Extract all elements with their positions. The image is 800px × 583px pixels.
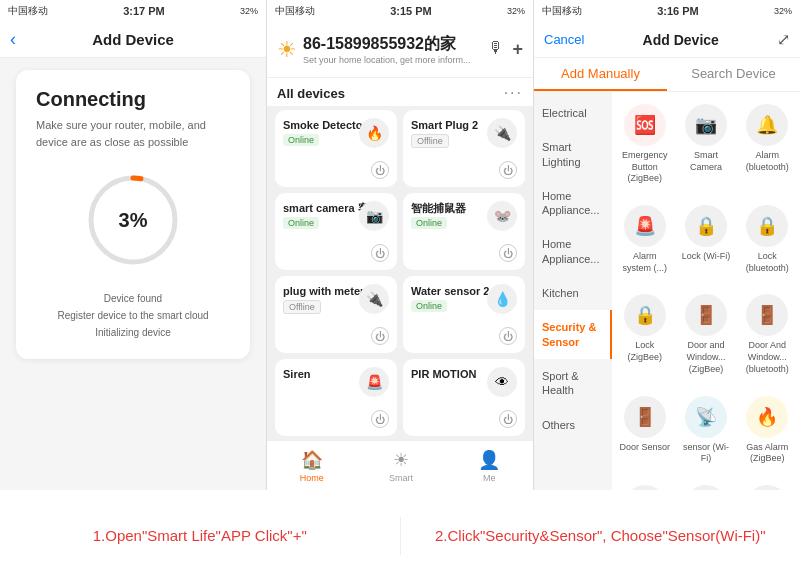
home-texts: 86-15899855932的家 Set your home location,… (303, 34, 471, 65)
tab-search-device[interactable]: Search Device (667, 58, 800, 91)
back-button-1[interactable]: ‹ (10, 29, 16, 50)
device-icon: 📷 (359, 201, 389, 231)
category-item[interactable]: Sport & Health (534, 359, 612, 408)
device-type-icon: 🚨 (624, 205, 666, 247)
status-line-1: Device found (36, 290, 230, 307)
battery-3: 32% (774, 6, 792, 16)
bottom-nav-item[interactable]: 👤 Me (478, 449, 500, 483)
device-icon: 🔥 (359, 118, 389, 148)
tab-add-manually[interactable]: Add Manually (534, 58, 667, 91)
device-type-label: Gas Alarm (ZigBee) (741, 442, 794, 465)
device-list: Smoke Detector 2 Online 🔥 ⏻ Smart Plug 2… (267, 106, 533, 440)
nav-label: Home (300, 473, 324, 483)
device-grid-item[interactable]: ☁ CO Alarm... (677, 479, 734, 490)
category-item[interactable]: Others (534, 408, 612, 442)
device-grid-item[interactable]: 📻 ... (739, 479, 796, 490)
home-name[interactable]: 86-15899855932的家 (303, 34, 471, 55)
status-lines: Device found Register device to the smar… (36, 290, 230, 341)
device-grid-row: 🚪 Door Sensor 📡 sensor (Wi-Fi) 🔥 Gas Ala… (616, 390, 796, 471)
power-icon[interactable]: ⏻ (371, 161, 389, 179)
device-grid-item[interactable]: 📷 Smart Camera (677, 98, 734, 191)
bottom-nav-item[interactable]: 🏠 Home (300, 449, 324, 483)
connecting-desc: Make sure your router, mobile, and devic… (36, 117, 230, 150)
device-grid-item[interactable]: 🔥 Gas Alarm (ZigBee) (739, 390, 796, 471)
category-item[interactable]: Home Appliance... (534, 227, 612, 276)
device-grid-item[interactable]: 🔒 Lock (bluetooth) (739, 199, 796, 280)
all-devices-label: All devices (277, 86, 345, 101)
device-grid-item[interactable]: 🆘 Emergency Button (ZigBee) (616, 98, 673, 191)
device-grid-item[interactable]: 💧 ... (616, 479, 673, 490)
device-card[interactable]: Smart Plug 2 Offline 🔌 ⏻ (403, 110, 525, 187)
category-item[interactable]: Kitchen (534, 276, 612, 310)
device-type-label: Lock (ZigBee) (618, 340, 671, 363)
device-type-label: Smart Camera (679, 150, 732, 173)
device-icon: 👁 (487, 367, 517, 397)
device-type-label: Door and Window... (ZigBee) (679, 340, 732, 375)
mic-icon[interactable]: 🎙 (488, 39, 504, 60)
status-bar-3: 中国移动 3:16 PM 32% (534, 0, 800, 22)
device-type-label: Lock (bluetooth) (741, 251, 794, 274)
carrier-3: 中国移动 (542, 4, 582, 18)
device-card[interactable]: smart camera 客厅 Online 📷 ⏻ (275, 193, 397, 270)
time-1: 3:17 PM (123, 5, 165, 17)
device-grid-item[interactable]: 🚪 Door and Window... (ZigBee) (677, 288, 734, 381)
device-grid-item[interactable]: 🚨 Alarm system (...) (616, 199, 673, 280)
power-icon[interactable]: ⏻ (371, 410, 389, 428)
progress-percent: 3% (119, 209, 148, 232)
device-grid-row: 🔒 Lock (ZigBee) 🚪 Door and Window... (Zi… (616, 288, 796, 381)
device-card[interactable]: PIR MOTION 👁 ⏻ (403, 359, 525, 436)
nav-label: Me (483, 473, 496, 483)
category-item[interactable]: Security & Sensor (534, 310, 612, 359)
captions-row: 1.Open"Smart Life"APP Click"+" 2.Click"S… (0, 490, 800, 582)
device-type-icon: 📷 (685, 104, 727, 146)
category-item[interactable]: Electrical (534, 96, 612, 130)
nav-title-1: Add Device (92, 31, 174, 48)
power-icon[interactable]: ⏻ (499, 410, 517, 428)
add-device-icon[interactable]: + (512, 39, 523, 60)
device-grid-item[interactable]: 🔒 Lock (ZigBee) (616, 288, 673, 381)
device-status: Online (283, 134, 319, 146)
device-status: Online (411, 300, 447, 312)
cancel-button[interactable]: Cancel (544, 32, 584, 47)
device-grid-item[interactable]: 🚪 Door Sensor (616, 390, 673, 471)
status-line-3: Initializing device (36, 324, 230, 341)
device-card[interactable]: Smoke Detector 2 Online 🔥 ⏻ (275, 110, 397, 187)
screen1-connecting: 中国移动 3:17 PM 32% ‹ Add Device Connecting… (0, 0, 267, 490)
device-card[interactable]: Water sensor 2 Online 💧 ⏻ (403, 276, 525, 353)
status-bar-1: 中国移动 3:17 PM 32% (0, 0, 266, 22)
more-options-icon[interactable]: ··· (504, 84, 523, 102)
device-type-label: Alarm system (...) (618, 251, 671, 274)
device-card[interactable]: Siren 🚨 ⏻ (275, 359, 397, 436)
device-grid-item[interactable]: 🔒 Lock (Wi-Fi) (677, 199, 734, 280)
category-item[interactable]: Home Appliance... (534, 179, 612, 228)
power-icon[interactable]: ⏻ (371, 244, 389, 262)
device-type-label: Emergency Button (ZigBee) (618, 150, 671, 185)
device-card[interactable]: 智能捕鼠器 Online 🐭 ⏻ (403, 193, 525, 270)
nav-icon: ☀ (393, 449, 409, 471)
category-item[interactable]: Smart Lighting (534, 130, 612, 179)
s3-tabs: Add ManuallySearch Device (534, 58, 800, 92)
device-status: Online (411, 217, 447, 229)
progress-circle-container: 3% (36, 170, 230, 270)
device-grid-row: 🆘 Emergency Button (ZigBee) 📷 Smart Came… (616, 98, 796, 191)
screen2-home: 中国移动 3:15 PM 32% ☀ 86-15899855932的家 Set … (267, 0, 534, 490)
device-grid-item[interactable]: 🔔 Alarm (bluetooth) (739, 98, 796, 191)
device-type-icon: 🚪 (746, 294, 788, 336)
expand-icon[interactable]: ⤢ (777, 30, 790, 49)
device-card[interactable]: plug with meter Offline 🔌 ⏻ (275, 276, 397, 353)
power-icon[interactable]: ⏻ (371, 327, 389, 345)
battery-2: 32% (507, 6, 525, 16)
power-icon[interactable]: ⏻ (499, 244, 517, 262)
device-type-icon: 🚪 (685, 294, 727, 336)
device-grid-item[interactable]: 📡 sensor (Wi-Fi) (677, 390, 734, 471)
device-type-label: Alarm (bluetooth) (741, 150, 794, 173)
caption-1: 1.Open"Smart Life"APP Click"+" (0, 517, 401, 556)
home-title-group: ☀ 86-15899855932的家 Set your home locatio… (277, 34, 471, 65)
connecting-card: Connecting Make sure your router, mobile… (16, 70, 250, 359)
bottom-nav-item[interactable]: ☀ Smart (389, 449, 413, 483)
power-icon[interactable]: ⏻ (499, 161, 517, 179)
device-grid-row: 💧 ... ☁ CO Alarm... 📻 ... (616, 479, 796, 490)
power-icon[interactable]: ⏻ (499, 327, 517, 345)
device-type-icon: 🔒 (746, 205, 788, 247)
device-grid-item[interactable]: 🚪 Door And Window... (bluetooth) (739, 288, 796, 381)
